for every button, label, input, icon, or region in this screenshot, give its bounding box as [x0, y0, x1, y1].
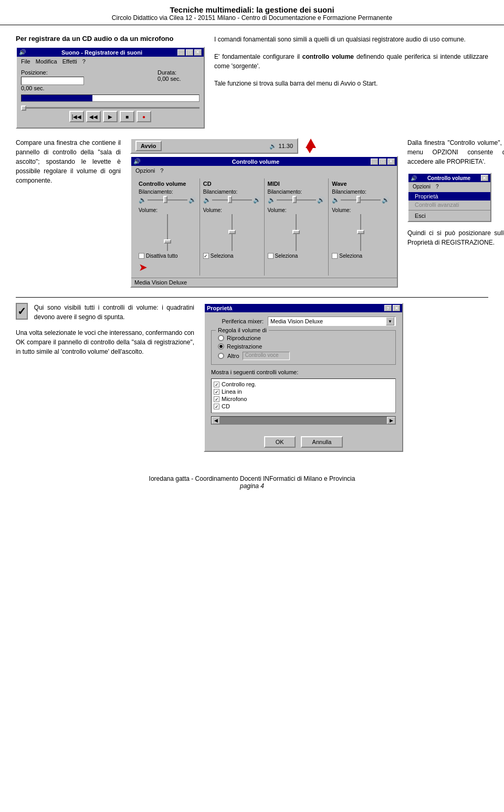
vol-handle-4[interactable] [357, 230, 364, 234]
check-item-2: Linea in [214, 388, 393, 395]
vol-menubar: Opzioni ? [131, 166, 397, 175]
recorder-controls: |◀◀ ◀◀ ▶ ■ ● [21, 111, 200, 122]
vol-title-text: Controllo volume [232, 159, 279, 165]
pos-value: 0,00 sec. [21, 85, 45, 91]
maximize-btn[interactable]: □ [186, 49, 193, 56]
vol-handle-1[interactable] [164, 239, 171, 244]
vol-footer: Media Vision Deluxe [131, 278, 397, 287]
minimize-btn[interactable]: _ [177, 49, 185, 56]
group-regola-volume: Regola il volume di Riproduzione Registr… [211, 330, 396, 365]
arrow-indicator [303, 139, 316, 153]
menu-help[interactable]: ? [80, 58, 88, 65]
dialog-buttons: OK Annulla [205, 433, 402, 451]
check-disattiva-box[interactable] [139, 253, 144, 259]
vol-slider-3 [268, 214, 326, 251]
text3: Tale funzione si trova sulla barra del m… [214, 79, 488, 88]
vol-handle-3[interactable] [292, 230, 300, 234]
close-btn[interactable]: ✕ [194, 49, 202, 56]
prop-close-btn[interactable]: ✕ [393, 305, 400, 311]
check-cd-label: CD [222, 403, 230, 409]
vol-handle-2[interactable] [228, 230, 236, 234]
section2-text: Compare una finestra che contiene il pan… [16, 138, 121, 185]
section2: Compare una finestra che contiene il pan… [16, 138, 488, 288]
balance-slider-3[interactable] [277, 196, 317, 204]
section3-icon-row: ✓ Qui sono visibili tutti i controlli di… [16, 303, 194, 322]
balance-row-3: 🔈 🔊 [268, 196, 326, 204]
vol-window: 🔊 Controllo volume _ □ ✕ Opzioni ? [130, 156, 398, 288]
start-button[interactable]: Avvio [135, 141, 162, 151]
periferica-combo[interactable]: Media Vision Deluxe ▼ [268, 317, 396, 326]
menu-controlli-avanzati[interactable]: Controlli avanzati [408, 201, 490, 209]
stop-btn[interactable]: ■ [120, 111, 134, 122]
radio-registrazione-btn[interactable] [218, 343, 224, 350]
vol-minimize[interactable]: _ [371, 159, 378, 165]
channel-midi: MIDI Bilanciamento: 🔈 🔊 Volume: [265, 178, 329, 276]
scroll-right-btn[interactable]: ▶ [387, 417, 395, 424]
position-field: Posizione: 0,00 sec. [21, 69, 84, 91]
mini-title-text: Controllo volume [427, 175, 470, 181]
radio-riproduzione-btn[interactable] [218, 335, 224, 341]
recorder-title-icon: 🔊 [19, 49, 26, 56]
menu-effetti[interactable]: Effetti [60, 58, 79, 65]
right-text1: Dalla finestra "Controllo volume", il me… [407, 138, 504, 166]
speaker-left-icon: 🔈 [139, 196, 146, 204]
channel-cd: CD Bilanciamento: 🔈 🔊 Volume: [200, 178, 265, 276]
vol-slider-2 [203, 214, 261, 251]
menu-esci[interactable]: Esci [408, 212, 490, 220]
check-controllo-box[interactable] [214, 382, 219, 387]
vol-menu-help[interactable]: ? [158, 167, 165, 174]
balance-slider-4[interactable] [341, 196, 381, 204]
mini-menu-help[interactable]: ? [434, 183, 441, 190]
check-linea-label: Linea in [222, 388, 242, 395]
speaker-left-2: 🔈 [203, 196, 211, 204]
mini-close-btn[interactable]: ✕ [481, 175, 488, 181]
menu-file[interactable]: File [19, 58, 33, 65]
section2-left: Compare una finestra che contiene il pan… [16, 138, 121, 185]
speaker-left-4: 🔈 [332, 196, 340, 204]
altro-input[interactable]: Controllo voce [243, 352, 290, 360]
prop-title-text: Proprietà [207, 305, 232, 311]
check-disattiva: Disattiva tutto [139, 253, 196, 259]
mini-menu-opzioni[interactable]: Opzioni [411, 183, 433, 190]
periferica-combo-arrow[interactable]: ▼ [386, 317, 394, 325]
menu-proprieta[interactable]: Proprietà [408, 192, 490, 201]
balance-row-1: 🔈 🔊 [139, 196, 196, 204]
section-divider [16, 297, 488, 298]
balance-slider-2[interactable] [212, 196, 252, 204]
recorder-title-text: Suono - Registratore di suoni [61, 49, 142, 56]
mostra-label: Mostra i seguenti controlli volume: [211, 369, 396, 375]
check-linea-box[interactable] [214, 389, 219, 395]
recorder-window: 🔊 Suono - Registratore di suoni _ □ ✕ Fi… [16, 47, 205, 129]
scroll-thumb[interactable] [220, 417, 387, 424]
check-sel-4-box[interactable] [332, 253, 338, 259]
ok-button[interactable]: OK [264, 436, 296, 448]
vol-maximize[interactable]: □ [379, 159, 386, 165]
playback-slider [21, 105, 200, 111]
section3: ✓ Qui sono visibili tutti i controlli di… [16, 303, 488, 452]
check-cd-box[interactable] [214, 404, 219, 409]
progress-fill [22, 95, 92, 101]
check-sel-3-box[interactable] [268, 253, 274, 259]
scroll-left-btn[interactable]: ◀ [212, 417, 220, 424]
section3-text1: Qui sono visibili tutti i controlli di v… [34, 303, 194, 322]
rewind-btn[interactable]: ◀◀ [86, 111, 101, 122]
annulla-button[interactable]: Annulla [301, 436, 343, 448]
check-microfono-box[interactable] [214, 396, 219, 402]
vol-menu-opzioni[interactable]: Opzioni [133, 167, 157, 174]
section2-right: Dalla finestra "Controllo volume", il me… [407, 138, 504, 247]
check-sel-2-box[interactable] [203, 253, 209, 259]
menu-modifica[interactable]: Modifica [34, 58, 59, 65]
titlebar-btns: _ □ ✕ [177, 49, 202, 56]
radio-altro-btn[interactable] [218, 353, 224, 359]
check-microfono-label: Microfono [222, 396, 247, 402]
rewind-begin-btn[interactable]: |◀◀ [69, 111, 84, 122]
play-btn[interactable]: ▶ [103, 111, 118, 122]
taskbar-mock: Avvio 🔊 11.30 [130, 138, 298, 154]
speaker-right-2: 🔊 [253, 196, 261, 204]
balance-slider-1[interactable] [148, 196, 187, 204]
prop-help-btn[interactable]: ? [384, 305, 392, 311]
vol-channels: Controllo volume Bilanciamento: 🔈 🔊 [135, 178, 393, 276]
vol-close[interactable]: ✕ [387, 159, 395, 165]
speaker-right-3: 🔊 [317, 196, 325, 204]
record-btn[interactable]: ● [136, 111, 151, 122]
